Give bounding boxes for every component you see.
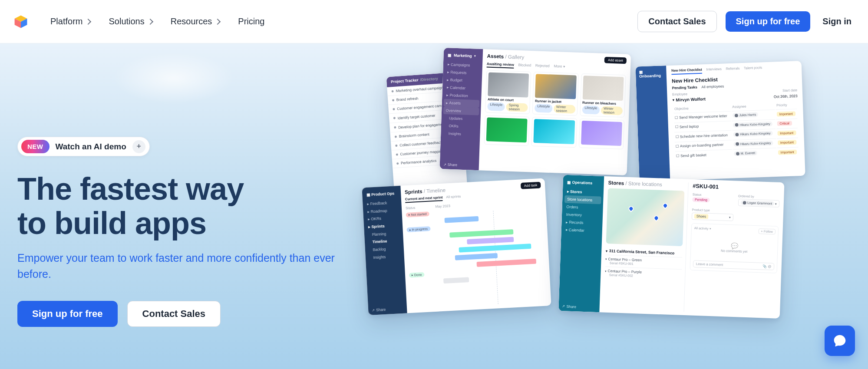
- contact-sales-button[interactable]: Contact Sales: [637, 11, 716, 32]
- signup-button[interactable]: Sign up for free: [726, 11, 811, 32]
- chevron-right-icon: [147, 18, 153, 24]
- chat-icon: [833, 334, 847, 348]
- hero-ctas: Sign up for free Contact Sales: [17, 301, 365, 327]
- panel-sprints: ▦ Product Ops ▸ Feedback▸ Roadmap▸ OKRs▸…: [362, 178, 551, 315]
- add-asset-button: Add asset: [604, 57, 627, 64]
- floating-panels: Project Tracker/ Directory Marketing ove…: [365, 51, 825, 366]
- nav-right: Contact Sales Sign up for free Sign in: [637, 11, 855, 32]
- hero-content: NEW Watch an AI demo + The fastest wayto…: [17, 137, 365, 327]
- headline: The fastest wayto build apps: [17, 172, 365, 241]
- marketing-sidebar: ▦Marketing ▾ ▸ Campaigns▸ Requests▸ Budg…: [439, 48, 483, 170]
- map: [606, 188, 685, 246]
- panel-marketing: ▦Marketing ▾ ▸ Campaigns▸ Requests▸ Budg…: [439, 48, 631, 175]
- asset-card: Runner in jacketLifestyleWinter season: [532, 72, 579, 116]
- comment-input: Leave a comment📎 @: [693, 260, 775, 270]
- signin-link[interactable]: Sign in: [819, 16, 855, 26]
- chat-fab[interactable]: [825, 326, 855, 356]
- nav-pricing[interactable]: Pricing: [238, 16, 264, 26]
- grid-icon: ▦: [448, 53, 452, 57]
- ai-demo-pill[interactable]: NEW Watch an AI demo +: [17, 137, 150, 156]
- nav-solutions[interactable]: Solutions: [109, 16, 152, 26]
- nav-platform[interactable]: Platform: [50, 16, 90, 26]
- share-button: ↗ Share: [443, 162, 457, 167]
- nav-links: Platform Solutions Resources Pricing: [50, 16, 265, 26]
- logo[interactable]: [13, 14, 29, 30]
- asset-card: Runner on bleachersLifestyleWinter seaso…: [580, 73, 626, 118]
- asset-card: [579, 119, 625, 149]
- top-nav: Platform Solutions Resources Pricing Con…: [0, 0, 868, 43]
- hero-section: NEW Watch an AI demo + The fastest wayto…: [0, 43, 868, 369]
- panel-onboarding: ▦ Onboarding New Hire ChecklistInterview…: [635, 61, 805, 181]
- panel-operations: ▦ Operations ▸ Stores Store locations Or…: [558, 175, 784, 319]
- plus-icon: +: [132, 140, 145, 153]
- new-badge: NEW: [21, 140, 50, 153]
- asset-card: [484, 115, 530, 146]
- hero-signup-button[interactable]: Sign up for free: [17, 301, 118, 327]
- subheadline: Empower your team to work faster and mor…: [17, 250, 347, 282]
- asset-card: Athlete on courtLifestyleSpring season: [485, 70, 531, 114]
- chevron-right-icon: [85, 18, 91, 24]
- chevron-right-icon: [215, 18, 221, 24]
- asset-card: [531, 117, 577, 148]
- nav-resources[interactable]: Resources: [171, 16, 220, 26]
- hero-contact-button[interactable]: Contact Sales: [127, 301, 221, 327]
- demo-text: Watch an AI demo: [56, 142, 126, 152]
